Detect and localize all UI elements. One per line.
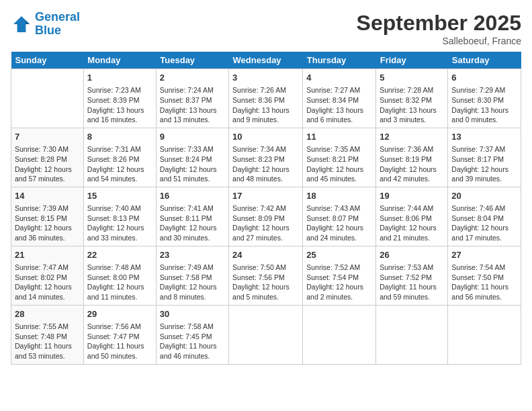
day-cell xyxy=(448,305,521,364)
day-number: 4 xyxy=(306,72,372,84)
day-cell: 20Sunrise: 7:46 AMSunset: 8:04 PMDayligh… xyxy=(448,187,521,246)
month-title: September 2025 xyxy=(357,11,521,36)
day-info: Sunrise: 7:26 AMSunset: 8:36 PMDaylight:… xyxy=(232,85,299,125)
col-header-monday: Monday xyxy=(83,52,156,69)
day-info: Sunrise: 7:24 AMSunset: 8:37 PMDaylight:… xyxy=(160,85,225,125)
day-cell xyxy=(11,69,84,128)
day-cell: 18Sunrise: 7:43 AMSunset: 8:07 PMDayligh… xyxy=(303,187,376,246)
day-number: 14 xyxy=(15,190,80,202)
day-number: 15 xyxy=(87,190,152,202)
col-header-saturday: Saturday xyxy=(448,52,521,69)
day-info: Sunrise: 7:29 AMSunset: 8:30 PMDaylight:… xyxy=(451,85,517,125)
day-info: Sunrise: 7:46 AMSunset: 8:04 PMDaylight:… xyxy=(451,203,517,243)
day-info: Sunrise: 7:35 AMSunset: 8:21 PMDaylight:… xyxy=(306,144,372,184)
day-cell: 25Sunrise: 7:52 AMSunset: 7:54 PMDayligh… xyxy=(303,246,376,305)
day-cell: 12Sunrise: 7:36 AMSunset: 8:19 PMDayligh… xyxy=(376,128,448,187)
day-number: 18 xyxy=(306,190,372,202)
logo: General Blue xyxy=(11,11,80,38)
day-number: 10 xyxy=(232,131,299,143)
day-cell: 8Sunrise: 7:31 AMSunset: 8:26 PMDaylight… xyxy=(83,128,156,187)
day-info: Sunrise: 7:28 AMSunset: 8:32 PMDaylight:… xyxy=(380,85,444,125)
day-number: 26 xyxy=(380,249,444,261)
day-number: 9 xyxy=(160,131,225,143)
day-info: Sunrise: 7:56 AMSunset: 7:47 PMDaylight:… xyxy=(87,322,152,361)
day-info: Sunrise: 7:52 AMSunset: 7:54 PMDaylight:… xyxy=(306,263,372,302)
day-number: 25 xyxy=(306,249,372,261)
day-cell: 27Sunrise: 7:54 AMSunset: 7:50 PMDayligh… xyxy=(448,246,521,305)
day-cell: 30Sunrise: 7:58 AMSunset: 7:45 PMDayligh… xyxy=(156,305,228,364)
day-number: 21 xyxy=(15,249,80,261)
day-cell: 26Sunrise: 7:53 AMSunset: 7:52 PMDayligh… xyxy=(376,246,448,305)
day-cell: 3Sunrise: 7:26 AMSunset: 8:36 PMDaylight… xyxy=(229,69,303,128)
day-cell: 14Sunrise: 7:39 AMSunset: 8:15 PMDayligh… xyxy=(11,187,84,246)
day-number: 17 xyxy=(232,190,299,202)
day-info: Sunrise: 7:58 AMSunset: 7:45 PMDaylight:… xyxy=(160,322,225,361)
day-cell: 21Sunrise: 7:47 AMSunset: 8:02 PMDayligh… xyxy=(11,246,84,305)
day-number: 19 xyxy=(380,190,444,202)
day-info: Sunrise: 7:50 AMSunset: 7:56 PMDaylight:… xyxy=(232,263,299,302)
day-info: Sunrise: 7:41 AMSunset: 8:11 PMDaylight:… xyxy=(160,203,225,243)
col-header-friday: Friday xyxy=(376,52,448,69)
day-cell: 11Sunrise: 7:35 AMSunset: 8:21 PMDayligh… xyxy=(303,128,376,187)
day-cell: 9Sunrise: 7:33 AMSunset: 8:24 PMDaylight… xyxy=(156,128,228,187)
week-row-4: 21Sunrise: 7:47 AMSunset: 8:02 PMDayligh… xyxy=(11,246,521,305)
day-number: 6 xyxy=(451,72,517,84)
title-block: September 2025 Salleboeuf, France xyxy=(357,11,521,46)
day-info: Sunrise: 7:36 AMSunset: 8:19 PMDaylight:… xyxy=(380,144,444,184)
day-number: 28 xyxy=(15,308,80,320)
day-number: 12 xyxy=(380,131,444,143)
day-info: Sunrise: 7:40 AMSunset: 8:13 PMDaylight:… xyxy=(87,203,152,243)
day-cell: 29Sunrise: 7:56 AMSunset: 7:47 PMDayligh… xyxy=(83,305,156,364)
header-row: SundayMondayTuesdayWednesdayThursdayFrid… xyxy=(11,52,521,69)
day-number: 3 xyxy=(232,72,299,84)
col-header-wednesday: Wednesday xyxy=(229,52,303,69)
day-number: 13 xyxy=(451,131,517,143)
day-cell: 28Sunrise: 7:55 AMSunset: 7:48 PMDayligh… xyxy=(11,305,84,364)
location: Salleboeuf, France xyxy=(357,36,521,46)
page-header: General Blue September 2025 Salleboeuf, … xyxy=(11,11,521,46)
day-cell xyxy=(229,305,303,364)
day-info: Sunrise: 7:43 AMSunset: 8:07 PMDaylight:… xyxy=(306,203,372,243)
week-row-3: 14Sunrise: 7:39 AMSunset: 8:15 PMDayligh… xyxy=(11,187,521,246)
day-info: Sunrise: 7:27 AMSunset: 8:34 PMDaylight:… xyxy=(306,85,372,125)
day-cell: 17Sunrise: 7:42 AMSunset: 8:09 PMDayligh… xyxy=(229,187,303,246)
day-number: 5 xyxy=(380,72,444,84)
col-header-sunday: Sunday xyxy=(11,52,84,69)
day-cell: 16Sunrise: 7:41 AMSunset: 8:11 PMDayligh… xyxy=(156,187,228,246)
week-row-1: 1Sunrise: 7:23 AMSunset: 8:39 PMDaylight… xyxy=(11,69,521,128)
day-cell: 1Sunrise: 7:23 AMSunset: 8:39 PMDaylight… xyxy=(83,69,156,128)
day-info: Sunrise: 7:48 AMSunset: 8:00 PMDaylight:… xyxy=(87,263,152,302)
day-number: 23 xyxy=(160,249,225,261)
day-cell xyxy=(376,305,448,364)
day-cell: 13Sunrise: 7:37 AMSunset: 8:17 PMDayligh… xyxy=(448,128,521,187)
day-cell: 19Sunrise: 7:44 AMSunset: 8:06 PMDayligh… xyxy=(376,187,448,246)
day-cell: 24Sunrise: 7:50 AMSunset: 7:56 PMDayligh… xyxy=(229,246,303,305)
day-cell xyxy=(303,305,376,364)
day-info: Sunrise: 7:53 AMSunset: 7:52 PMDaylight:… xyxy=(380,263,444,302)
day-info: Sunrise: 7:44 AMSunset: 8:06 PMDaylight:… xyxy=(380,203,444,243)
day-number: 30 xyxy=(160,308,225,320)
day-info: Sunrise: 7:47 AMSunset: 8:02 PMDaylight:… xyxy=(15,263,80,302)
day-info: Sunrise: 7:42 AMSunset: 8:09 PMDaylight:… xyxy=(232,203,299,243)
day-number: 24 xyxy=(232,249,299,261)
day-info: Sunrise: 7:34 AMSunset: 8:23 PMDaylight:… xyxy=(232,144,299,184)
day-number: 20 xyxy=(451,190,517,202)
day-cell: 7Sunrise: 7:30 AMSunset: 8:28 PMDaylight… xyxy=(11,128,84,187)
day-info: Sunrise: 7:49 AMSunset: 7:58 PMDaylight:… xyxy=(160,263,225,302)
day-info: Sunrise: 7:54 AMSunset: 7:50 PMDaylight:… xyxy=(451,263,517,302)
col-header-tuesday: Tuesday xyxy=(156,52,228,69)
day-info: Sunrise: 7:23 AMSunset: 8:39 PMDaylight:… xyxy=(87,85,152,125)
week-row-2: 7Sunrise: 7:30 AMSunset: 8:28 PMDaylight… xyxy=(11,128,521,187)
day-number: 7 xyxy=(15,131,80,143)
day-cell: 6Sunrise: 7:29 AMSunset: 8:30 PMDaylight… xyxy=(448,69,521,128)
day-info: Sunrise: 7:55 AMSunset: 7:48 PMDaylight:… xyxy=(15,322,80,361)
day-info: Sunrise: 7:39 AMSunset: 8:15 PMDaylight:… xyxy=(15,203,80,243)
day-number: 16 xyxy=(160,190,225,202)
day-number: 1 xyxy=(87,72,152,84)
day-info: Sunrise: 7:33 AMSunset: 8:24 PMDaylight:… xyxy=(160,144,225,184)
day-cell: 23Sunrise: 7:49 AMSunset: 7:58 PMDayligh… xyxy=(156,246,228,305)
day-number: 22 xyxy=(87,249,152,261)
day-cell: 2Sunrise: 7:24 AMSunset: 8:37 PMDaylight… xyxy=(156,69,228,128)
day-cell: 22Sunrise: 7:48 AMSunset: 8:00 PMDayligh… xyxy=(83,246,156,305)
day-number: 27 xyxy=(451,249,517,261)
